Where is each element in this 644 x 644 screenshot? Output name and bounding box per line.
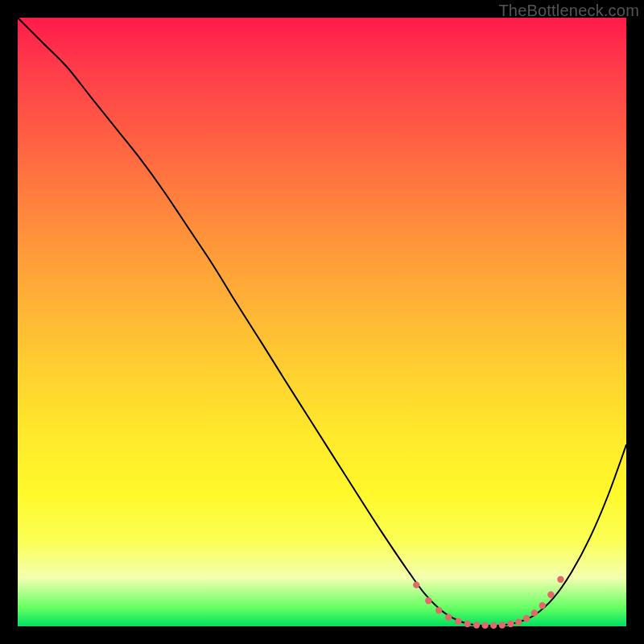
optimal-range-dots: [413, 576, 564, 630]
optimal-dot: [436, 607, 442, 613]
optimal-dot: [547, 592, 554, 598]
plot-area: [18, 18, 626, 626]
optimal-dot: [481, 622, 488, 629]
optimal-dot: [425, 597, 431, 604]
optimal-dot: [490, 622, 497, 629]
optimal-dot: [413, 581, 419, 588]
optimal-dot: [455, 618, 461, 625]
bottleneck-curve: [18, 18, 626, 625]
chart-container: TheBottleneck.com: [0, 0, 644, 644]
optimal-dot: [515, 619, 522, 625]
optimal-dot: [531, 609, 538, 616]
optimal-dot: [557, 576, 564, 583]
optimal-dot: [499, 621, 506, 628]
optimal-dot: [473, 621, 480, 628]
optimal-dot: [539, 602, 546, 609]
optimal-dot: [445, 614, 452, 621]
optimal-dot: [464, 621, 471, 627]
optimal-dot: [507, 621, 514, 627]
optimal-dot: [523, 615, 530, 621]
curve-svg: [18, 18, 626, 626]
